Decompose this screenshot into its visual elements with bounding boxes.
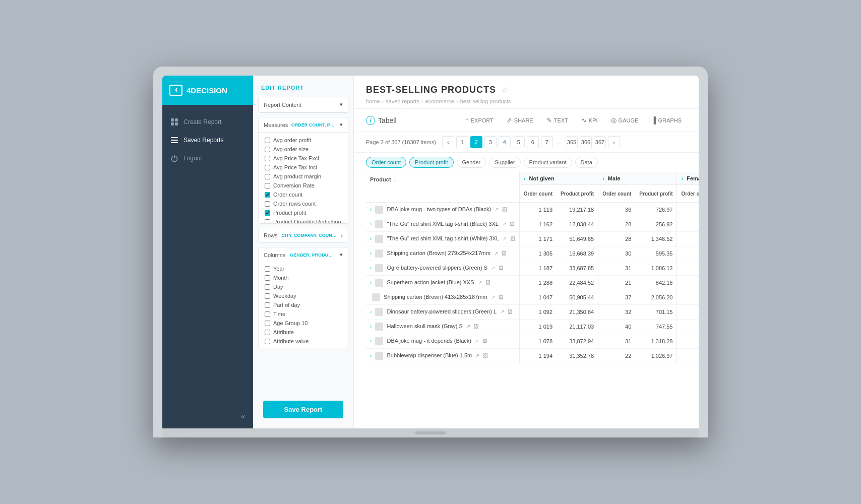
page-5-button[interactable]: 5 bbox=[513, 136, 525, 148]
product-link-icon[interactable]: ↗ bbox=[495, 207, 499, 212]
col-part-of-day[interactable]: Part of day bbox=[261, 300, 346, 309]
product-link-icon[interactable]: ↗ bbox=[475, 353, 479, 358]
measure-conversion-rate[interactable]: Conversion Rate bbox=[261, 181, 346, 190]
male-expand-arrow[interactable]: › bbox=[602, 175, 604, 181]
product-image-icon[interactable]: 🖼 bbox=[510, 221, 515, 227]
measure-order-count-checkbox[interactable] bbox=[265, 192, 270, 198]
measure-order-count[interactable]: Order count bbox=[261, 190, 346, 199]
measure-order-rows-count-checkbox[interactable] bbox=[265, 201, 270, 207]
row-expand-button[interactable]: › bbox=[370, 353, 372, 358]
measure-avg-price-tax-excl-checkbox[interactable] bbox=[265, 156, 270, 161]
sidebar-item-create-report[interactable]: Create Report bbox=[162, 113, 253, 131]
product-link-icon[interactable]: ↗ bbox=[502, 221, 506, 227]
page-3-button[interactable]: 3 bbox=[484, 136, 497, 148]
breadcrumb-ecommerce[interactable]: ecommerce bbox=[425, 98, 454, 104]
product-image-icon[interactable]: 🖼 bbox=[499, 294, 504, 300]
product-link-icon[interactable]: ↗ bbox=[494, 250, 498, 256]
measure-product-quantity-reduction-checkbox[interactable] bbox=[265, 219, 270, 224]
measure-product-profit[interactable]: Product profit bbox=[261, 208, 346, 217]
product-image-icon[interactable]: 🖼 bbox=[502, 207, 507, 212]
product-link-icon[interactable]: ↗ bbox=[475, 338, 479, 344]
chip-order-count[interactable]: Order count bbox=[366, 157, 406, 168]
row-expand-button[interactable]: › bbox=[370, 221, 372, 227]
measure-product-quantity-reduction[interactable]: Product Quantity Reduction bbox=[261, 217, 346, 223]
product-image-icon[interactable]: 🖼 bbox=[510, 236, 515, 241]
row-expand-button[interactable]: › bbox=[370, 338, 372, 344]
product-sort-btn[interactable]: Product ↓ bbox=[370, 176, 396, 182]
measure-avg-product-margin-checkbox[interactable] bbox=[265, 174, 270, 179]
measure-avg-order-size-checkbox[interactable] bbox=[265, 147, 270, 152]
chip-product-profit[interactable]: Product profit bbox=[409, 157, 453, 168]
measure-product-profit-checkbox[interactable] bbox=[265, 210, 270, 216]
measures-header[interactable]: Measures ORDER COUNT, PRO... ▾ bbox=[259, 117, 348, 133]
row-expand-button[interactable]: › bbox=[370, 207, 372, 212]
page-366-button[interactable]: 366 bbox=[580, 136, 592, 148]
sidebar-collapse-button[interactable]: « bbox=[170, 412, 245, 420]
col-time-checkbox[interactable] bbox=[265, 311, 270, 317]
kpi-button[interactable]: ∿ KPI bbox=[576, 114, 603, 127]
page-6-button[interactable]: 6 bbox=[527, 136, 539, 148]
page-4-button[interactable]: 4 bbox=[499, 136, 511, 148]
row-expand-button[interactable]: › bbox=[370, 250, 372, 256]
rows-header[interactable]: Rows CITY, COMPANY, COUNTRY,... › bbox=[259, 228, 348, 242]
measure-avg-order-size[interactable]: Avg order size bbox=[261, 145, 346, 154]
share-button[interactable]: ⇗ SHARE bbox=[502, 114, 538, 127]
sidebar-item-logout[interactable]: Logout bbox=[162, 149, 253, 167]
sidebar-item-saved-reports[interactable]: Saved Reports bbox=[162, 131, 253, 149]
measure-order-rows-count[interactable]: Order rows count bbox=[261, 199, 346, 208]
female-expand-arrow[interactable]: › bbox=[681, 175, 683, 181]
breadcrumb-home[interactable]: home bbox=[366, 98, 380, 104]
breadcrumb-best-selling[interactable]: best-selling products bbox=[460, 98, 511, 104]
col-year[interactable]: Year bbox=[261, 264, 346, 273]
product-image-icon[interactable]: 🖼 bbox=[485, 280, 490, 285]
measure-conversion-rate-checkbox[interactable] bbox=[265, 183, 270, 188]
col-day[interactable]: Day bbox=[261, 282, 346, 291]
measure-avg-order-profit[interactable]: Avg order profit bbox=[261, 136, 346, 145]
measure-avg-price-tax-incl[interactable]: Avg Price Tax Incl bbox=[261, 163, 346, 172]
graphs-button[interactable]: ▐ GRAPHS bbox=[646, 114, 687, 127]
row-expand-button[interactable]: › bbox=[370, 236, 372, 241]
col-attribute-value-checkbox[interactable] bbox=[265, 339, 270, 344]
product-link-icon[interactable]: ↗ bbox=[478, 280, 482, 285]
measure-avg-order-profit-checkbox[interactable] bbox=[265, 138, 270, 143]
col-day-checkbox[interactable] bbox=[265, 284, 270, 290]
favorite-star-icon[interactable]: ☆ bbox=[501, 85, 508, 95]
page-1-button[interactable]: 1 bbox=[456, 136, 468, 148]
product-link-icon[interactable]: ↗ bbox=[466, 324, 470, 329]
gauge-button[interactable]: ◎ GAUGE bbox=[606, 114, 644, 127]
col-weekday-checkbox[interactable] bbox=[265, 293, 270, 299]
col-age-group-checkbox[interactable] bbox=[265, 321, 270, 326]
page-367-button[interactable]: 367 bbox=[594, 136, 606, 148]
text-button[interactable]: ✎ TEXT bbox=[541, 114, 573, 127]
row-expand-button[interactable]: › bbox=[370, 324, 372, 329]
chip-product-variant[interactable]: Product variant bbox=[524, 157, 572, 168]
prev-page-button[interactable]: ‹ bbox=[442, 136, 454, 148]
product-link-icon[interactable]: ↗ bbox=[491, 265, 495, 271]
col-month-checkbox[interactable] bbox=[265, 275, 270, 281]
chip-data[interactable]: Data bbox=[575, 157, 598, 168]
next-page-button[interactable]: › bbox=[608, 136, 620, 148]
product-link-icon[interactable]: ↗ bbox=[503, 236, 507, 241]
columns-header[interactable]: Columns GENDER, PRODUCT V... ▾ bbox=[259, 247, 348, 262]
col-attribute-value[interactable]: Attribute value bbox=[261, 337, 346, 346]
measure-avg-price-tax-incl-checkbox[interactable] bbox=[265, 165, 270, 170]
col-month[interactable]: Month bbox=[261, 273, 346, 282]
product-link-icon[interactable]: ↗ bbox=[500, 309, 504, 314]
row-expand-button[interactable]: › bbox=[370, 265, 372, 271]
row-expand-button[interactable]: › bbox=[370, 309, 372, 314]
col-age-group[interactable]: Age Group 10 bbox=[261, 319, 346, 328]
col-weekday[interactable]: Weekday bbox=[261, 291, 346, 300]
page-7-button[interactable]: 7 bbox=[541, 136, 553, 148]
product-link-icon[interactable]: ↗ bbox=[491, 294, 495, 300]
page-365-button[interactable]: 365 bbox=[566, 136, 578, 148]
product-image-icon[interactable]: 🖼 bbox=[499, 265, 504, 271]
chip-supplier[interactable]: Supplier bbox=[489, 157, 520, 168]
breadcrumb-saved-reports[interactable]: saved reports bbox=[386, 98, 419, 104]
product-image-icon[interactable]: 🖼 bbox=[482, 338, 487, 344]
measure-avg-product-margin[interactable]: Avg product margin bbox=[261, 172, 346, 181]
col-time[interactable]: Time bbox=[261, 309, 346, 319]
measure-avg-price-tax-excl[interactable]: Avg Price Tax Excl bbox=[261, 154, 346, 163]
row-expand-button[interactable]: › bbox=[370, 280, 372, 285]
product-image-icon[interactable]: 🖼 bbox=[508, 309, 513, 314]
col-attribute[interactable]: Attribute bbox=[261, 328, 346, 337]
